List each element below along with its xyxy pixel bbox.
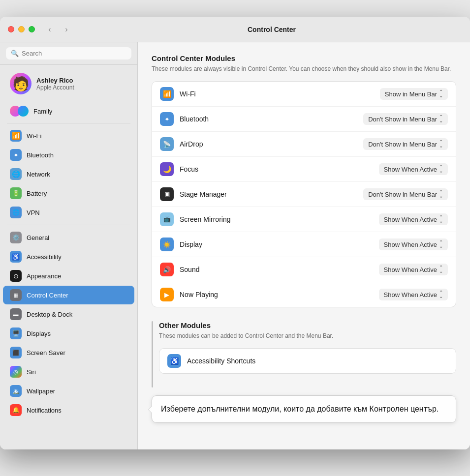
sidebar-divider-2	[7, 225, 130, 225]
sidebar-label-wifi: Wi-Fi	[27, 132, 41, 140]
sidebar: 🔍 🧑 Ashley Rico Apple Account	[0, 42, 138, 449]
sidebar-label-battery: Battery	[27, 190, 47, 197]
main-window: ‹ › Control Center 🔍 🧑 Ashley	[0, 17, 470, 449]
siri-icon: ◎	[10, 366, 22, 378]
module-airdrop-value: Don't Show in Menu Bar	[368, 141, 437, 148]
modules-section-desc: These modules are always visible in Cont…	[152, 64, 456, 73]
user-sub: Apple Account	[36, 84, 74, 91]
module-screen-value: Show When Active	[384, 216, 437, 223]
module-focus-value: Show When Active	[384, 166, 437, 173]
sidebar-item-bluetooth[interactable]: ✦ Bluetooth	[3, 146, 134, 164]
module-wifi-select[interactable]: Show in Menu Bar ⌃⌄	[380, 88, 448, 100]
desktop-icon: ▬	[10, 308, 22, 320]
module-sound-select[interactable]: Show When Active ⌃⌄	[379, 264, 448, 275]
module-stage-name: Stage Manager	[180, 190, 357, 198]
module-stage-value: Don't Show in Menu Bar	[368, 191, 437, 198]
content-area: 🔍 🧑 Ashley Rico Apple Account	[0, 42, 470, 449]
module-focus-icon: 🌙	[160, 162, 174, 176]
search-input[interactable]	[22, 50, 126, 57]
sidebar-label-network: Network	[27, 171, 50, 178]
search-icon: 🔍	[11, 50, 19, 57]
maximize-button[interactable]	[29, 26, 35, 32]
user-profile[interactable]: 🧑 Ashley Rico Apple Account	[3, 67, 134, 100]
module-stage-select[interactable]: Don't Show in Menu Bar ⌃⌄	[363, 188, 448, 200]
avatar: 🧑	[10, 73, 31, 94]
other-section-desc: These modules can be added to Control Ce…	[159, 331, 456, 340]
control-center-icon: ▦	[10, 289, 22, 301]
sidebar-item-desktop-dock[interactable]: ▬ Desktop & Dock	[3, 305, 134, 324]
chevron-updown-icon: ⌃⌄	[439, 165, 443, 173]
module-row-bluetooth: ✦ Bluetooth Don't Show in Menu Bar ⌃⌄	[152, 107, 456, 132]
tooltip-bubble: Изберете допълнителни модули, които да д…	[152, 395, 456, 423]
module-display-value: Show When Active	[384, 241, 437, 248]
sidebar-item-accessibility[interactable]: ♿ Accessibility	[3, 247, 134, 266]
screen-saver-icon: ⬛	[10, 347, 22, 358]
module-accessibility-shortcuts-icon: ♿	[167, 354, 181, 368]
bluetooth-icon: ✦	[10, 149, 22, 161]
module-bluetooth-name: Bluetooth	[180, 115, 357, 123]
module-row-display: ☀️ Display Show When Active ⌃⌄	[152, 232, 456, 257]
module-airdrop-icon: 📡	[160, 137, 174, 151]
sidebar-label-accessibility: Accessibility	[27, 253, 62, 261]
family-label: Family	[33, 108, 52, 115]
nav-buttons: ‹ ›	[43, 23, 73, 36]
sidebar-label-desktop-dock: Desktop & Dock	[27, 311, 72, 318]
module-nowplaying-select[interactable]: Show When Active ⌃⌄	[379, 289, 448, 300]
close-button[interactable]	[8, 26, 14, 32]
module-bluetooth-value: Don't Show in Menu Bar	[368, 116, 437, 123]
family-avatars	[10, 106, 29, 117]
back-button[interactable]: ‹	[43, 23, 57, 36]
forward-button[interactable]: ›	[60, 23, 73, 36]
titlebar: ‹ › Control Center	[0, 17, 470, 42]
traffic-lights	[8, 26, 35, 32]
module-row-wifi: 📶 Wi-Fi Show in Menu Bar ⌃⌄	[152, 82, 456, 107]
sidebar-scroll: 🧑 Ashley Rico Apple Account Family	[0, 65, 137, 449]
module-display-select[interactable]: Show When Active ⌃⌄	[379, 238, 448, 250]
module-wifi-icon: 📶	[160, 87, 174, 101]
module-airdrop-select[interactable]: Don't Show in Menu Bar ⌃⌄	[363, 138, 448, 150]
module-focus-select[interactable]: Show When Active ⌃⌄	[379, 163, 448, 175]
module-row-sound: 🔊 Sound Show When Active ⌃⌄	[152, 257, 456, 282]
accessibility-icon: ♿	[10, 251, 22, 263]
sidebar-label-wallpaper: Wallpaper	[27, 387, 55, 395]
sidebar-item-displays[interactable]: 🖥️ Displays	[3, 324, 134, 343]
sidebar-item-screen-saver[interactable]: ⬛ Screen Saver	[3, 343, 134, 362]
sidebar-item-general[interactable]: ⚙️ General	[3, 228, 134, 247]
displays-icon: 🖥️	[10, 327, 22, 339]
chevron-updown-icon: ⌃⌄	[439, 291, 443, 298]
sidebar-item-battery[interactable]: 🔋 Battery	[3, 184, 134, 203]
sidebar-item-appearance[interactable]: ⊙ Appearance	[3, 267, 134, 285]
module-bluetooth-select[interactable]: Don't Show in Menu Bar ⌃⌄	[363, 113, 448, 125]
sidebar-item-wifi[interactable]: 📶 Wi-Fi	[3, 126, 134, 145]
user-name: Ashley Rico	[36, 77, 74, 84]
vpn-icon: 🌐	[10, 207, 22, 218]
sidebar-item-wallpaper[interactable]: 🏔️ Wallpaper	[3, 382, 134, 400]
window-title: Control Center	[81, 26, 462, 33]
other-border	[152, 321, 153, 387]
search-box[interactable]: 🔍	[6, 47, 131, 60]
module-screen-select[interactable]: Show When Active ⌃⌄	[379, 213, 448, 225]
sidebar-label-screen-saver: Screen Saver	[27, 349, 65, 357]
module-row-airdrop: 📡 AirDrop Don't Show in Menu Bar ⌃⌄	[152, 132, 456, 157]
sidebar-item-control-center[interactable]: ▦ Control Center	[3, 286, 134, 304]
sidebar-item-siri[interactable]: ◎ Siri	[3, 362, 134, 381]
wifi-icon: 📶	[10, 130, 22, 142]
module-wifi-name: Wi-Fi	[180, 90, 374, 98]
sidebar-label-general: General	[27, 234, 49, 241]
module-row-stage-manager: ▣ Stage Manager Don't Show in Menu Bar ⌃…	[152, 182, 456, 207]
module-sound-name: Sound	[180, 266, 373, 273]
other-section-title: Other Modules	[159, 321, 456, 329]
module-screen-icon: 📺	[160, 212, 174, 226]
sidebar-item-network[interactable]: 🌐 Network	[3, 165, 134, 183]
module-bluetooth-icon: ✦	[160, 112, 174, 126]
sidebar-item-notifications[interactable]: 🔔 Notifications	[3, 401, 134, 419]
module-nowplaying-icon: ▶	[160, 288, 174, 301]
sidebar-item-vpn[interactable]: 🌐 VPN	[3, 203, 134, 222]
module-airdrop-name: AirDrop	[180, 140, 357, 148]
chevron-updown-icon: ⌃⌄	[439, 215, 443, 223]
minimize-button[interactable]	[18, 26, 25, 32]
sidebar-item-family[interactable]: Family	[3, 102, 134, 120]
chevron-updown-icon: ⌃⌄	[439, 190, 443, 198]
chevron-updown-icon: ⌃⌄	[439, 140, 443, 148]
module-sound-icon: 🔊	[160, 263, 174, 276]
